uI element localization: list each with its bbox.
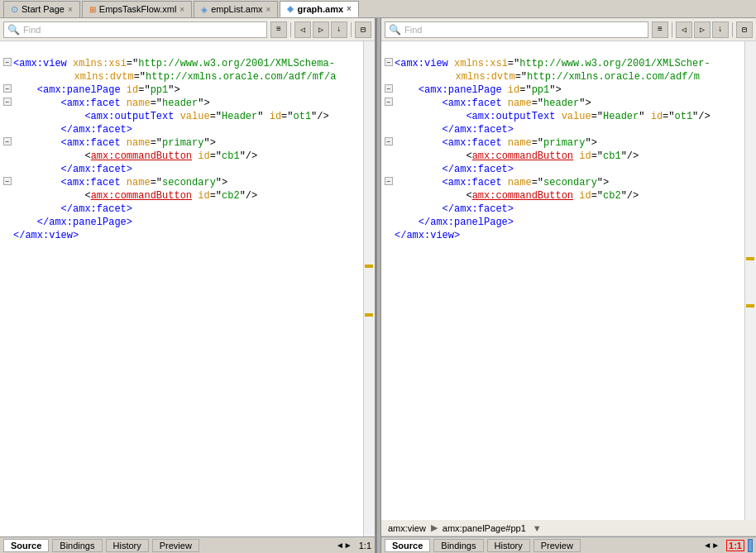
left-toolbar-btn5[interactable]: ⊟: [355, 21, 371, 38]
right-tab-history[interactable]: History: [487, 539, 530, 552]
fold-button[interactable]: −: [3, 177, 12, 185]
fold-button[interactable]: −: [3, 137, 12, 145]
sep1: [290, 22, 291, 37]
right-toolbar-btn1[interactable]: ≡: [652, 21, 668, 38]
right-scrollbar-marker-1: [746, 257, 754, 260]
code-line: − <amx:facet name="header">: [381, 98, 744, 111]
code-line: </amx:view>: [0, 230, 363, 243]
right-toolbar-btn2[interactable]: ◁: [676, 21, 692, 38]
left-search-icon: 🔍: [7, 24, 20, 36]
xml-icon: ⊞: [89, 5, 96, 14]
right-tab-bindings[interactable]: Bindings: [433, 539, 483, 552]
code-text: <amx:facet name="primary">: [13, 137, 216, 149]
code-text: <amx:commandButton id="cb2"/>: [395, 190, 639, 202]
close-start-page-icon[interactable]: ×: [68, 5, 73, 14]
left-position: 1:1: [359, 541, 371, 551]
code-line: <amx:commandButton id="cb1"/>: [0, 150, 363, 164]
code-line: − <amx:facet name="secondary">: [381, 177, 744, 190]
right-tab-source[interactable]: Source: [385, 539, 430, 552]
fold-button[interactable]: −: [385, 177, 393, 185]
code-line: </amx:facet>: [0, 124, 363, 137]
tab-emps-label: EmpsTaskFlow.xml: [99, 4, 177, 14]
code-text: <amx:facet name="header">: [13, 98, 210, 109]
code-text: <amx:facet name="primary">: [395, 137, 597, 149]
code-text: <amx:panelPage id="pp1">: [13, 84, 180, 96]
right-scroll-arrow-left[interactable]: ◄: [703, 541, 711, 550]
left-tab-preview[interactable]: Preview: [152, 539, 199, 552]
left-code-area[interactable]: − <amx:view xmlns:xsi="http://www.w3.org…: [0, 41, 375, 536]
code-line: </amx:view>: [381, 230, 744, 243]
fold-button[interactable]: −: [385, 84, 393, 93]
code-text: </amx:facet>: [13, 124, 132, 136]
code-line: <amx:commandButton id="cb1"/>: [381, 150, 744, 164]
left-toolbar-btn3[interactable]: ▷: [313, 21, 329, 38]
code-text: <amx:outputText value="Header" id="ot1"/…: [395, 111, 711, 122]
sep3: [672, 22, 672, 37]
code-line: </amx:facet>: [381, 124, 744, 137]
left-scroll-arrow-left[interactable]: ◄: [336, 541, 344, 550]
code-line: − <amx:facet name="secondary">: [0, 177, 363, 190]
left-tab-bindings[interactable]: Bindings: [52, 539, 102, 552]
right-toolbar-btn5[interactable]: ⊟: [736, 21, 753, 38]
fold-button[interactable]: −: [3, 98, 12, 106]
code-text: </amx:view>: [13, 230, 79, 241]
fold-button[interactable]: −: [3, 58, 12, 66]
right-search-placeholder: Find: [404, 25, 422, 35]
close-emps-icon[interactable]: ×: [179, 5, 184, 14]
code-text: </amx:view>: [395, 230, 460, 241]
right-code-area[interactable]: − <amx:view xmlns:xsi="http://www.w3.org…: [381, 41, 756, 520]
code-text: <amx:outputText value="Header" id="ot1"/…: [13, 111, 329, 122]
code-line: − <amx:facet name="header">: [0, 98, 363, 111]
right-search-icon: 🔍: [389, 24, 401, 36]
right-scroll-thumb[interactable]: [748, 539, 753, 552]
breadcrumb-amx-view[interactable]: amx:view: [385, 523, 429, 533]
code-line: <amx:commandButton id="cb2"/>: [381, 190, 744, 203]
sep4: [732, 22, 733, 37]
close-graph-icon[interactable]: ×: [347, 4, 352, 13]
fold-button[interactable]: −: [3, 84, 12, 93]
fold-button[interactable]: −: [385, 137, 393, 145]
left-tab-history[interactable]: History: [106, 539, 149, 552]
code-line: − <amx:facet name="primary">: [381, 137, 744, 150]
code-line: [0, 45, 363, 58]
list-icon: ≡: [276, 25, 281, 34]
breadcrumb-panel-page[interactable]: amx:panelPage#pp1: [439, 523, 529, 533]
right-tab-preview[interactable]: Preview: [534, 539, 581, 552]
left-toolbar-btn2[interactable]: ◁: [294, 21, 311, 38]
code-line: xmlns:dvtm="http://xmlns.oracle.com/adf/…: [381, 71, 744, 84]
left-toolbar: 🔍 Find ≡ ◁ ▷ ↓ ⊟: [0, 18, 375, 41]
left-editor-pane: 🔍 Find ≡ ◁ ▷ ↓ ⊟ − <amx:view: [0, 18, 376, 553]
right-toolbar-btn3[interactable]: ▷: [694, 21, 711, 38]
fold-button[interactable]: −: [385, 58, 393, 66]
left-scrollbar-track[interactable]: [363, 41, 375, 536]
right-scrollbar-track[interactable]: [744, 41, 756, 520]
tab-emps-task-flow[interactable]: ⊞ EmpsTaskFlow.xml ×: [82, 1, 192, 17]
tab-graph-label: graph.amx: [297, 4, 343, 14]
left-tab-source[interactable]: Source: [3, 539, 49, 552]
left-toolbar-btn1[interactable]: ≡: [270, 21, 287, 38]
right-status-tabs: Source Bindings History Preview: [385, 539, 581, 552]
code-line: − <amx:view xmlns:xsi="http://www.w3.org…: [0, 58, 363, 71]
tab-graph-amx[interactable]: ◈ graph.amx ×: [280, 1, 358, 17]
tab-emp-list[interactable]: ◈ empList.amx ×: [194, 1, 278, 17]
code-text: <amx:facet name="secondary">: [395, 177, 609, 188]
code-text: <amx:panelPage id="pp1">: [395, 84, 562, 96]
breadcrumb-dropdown[interactable]: ▼: [533, 523, 542, 533]
tab-start-page[interactable]: ⊙ Start Page ×: [3, 1, 80, 17]
code-text: xmlns:dvtm="http://xmlns.oracle.com/adf/…: [26, 71, 336, 83]
code-text: <amx:view xmlns:xsi="http://www.w3.org/2…: [395, 58, 711, 69]
right-scroll-arrow-right[interactable]: ►: [711, 541, 720, 550]
left-toolbar-btn4[interactable]: ↓: [331, 21, 347, 38]
right-toolbar-btn4[interactable]: ↓: [712, 21, 729, 38]
main-area: 🔍 Find ≡ ◁ ▷ ↓ ⊟ − <amx:view: [0, 18, 756, 553]
right-search-box[interactable]: 🔍 Find: [385, 21, 648, 38]
left-scroll-arrow-right[interactable]: ►: [344, 541, 352, 550]
left-search-box[interactable]: 🔍 Find: [3, 21, 267, 38]
code-text: xmlns:dvtm="http://xmlns.oracle.com/adf/…: [408, 71, 700, 83]
code-text: </amx:panelPage>: [13, 217, 132, 228]
code-text: <amx:commandButton id="cb2"/>: [13, 190, 257, 202]
left-status-bar: Source Bindings History Preview ◄ ► 1:1: [0, 536, 375, 553]
fold-button[interactable]: −: [385, 98, 393, 106]
code-line: − <amx:facet name="primary">: [0, 137, 363, 150]
close-emp-list-icon[interactable]: ×: [266, 5, 271, 14]
